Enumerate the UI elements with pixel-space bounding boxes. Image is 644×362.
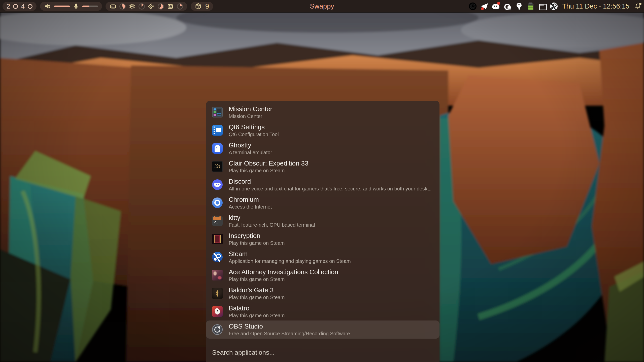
discord-app-icon [212, 179, 223, 190]
balatro-app-icon [212, 306, 223, 317]
keepassxc-tray-icon[interactable] [504, 3, 511, 10]
app-name: Ghostty [229, 142, 272, 149]
app-launcher-panel: Mission Center Mission Center Qt6 Settin… [206, 101, 439, 362]
notification-bell-icon[interactable] [634, 3, 641, 10]
launcher-item-baldurs-gate-3[interactable]: Baldur's Gate 3 Play this game on Steam [206, 284, 439, 302]
launcher-item-balatro[interactable]: Balatro Play this game on Steam [206, 302, 439, 320]
inscryption-app-icon [212, 234, 223, 244]
app-description: Access the Internet [229, 204, 272, 210]
battery-tray-icon[interactable] [527, 3, 534, 10]
desktop: 24 9 Swappy [0, 0, 644, 362]
launcher-item-clair-obscur[interactable]: Clair Obscur: Expedition 33 Play this ga… [206, 157, 439, 176]
app-name: kitty [229, 214, 315, 221]
chromium-app-icon [212, 197, 223, 208]
status-bar: 24 9 Swappy [0, 0, 644, 13]
system-tray [469, 3, 558, 10]
app-name: Discord [229, 178, 431, 185]
openkeychain-tray-icon[interactable] [515, 3, 523, 10]
launcher-item-qt6-settings[interactable]: Qt6 Settings Qt6 Configuration Tool [206, 121, 439, 139]
app-name: Mission Center [229, 105, 272, 112]
app-description: Qt6 Configuration Tool [229, 132, 279, 137]
steam-tray-icon[interactable] [550, 3, 558, 10]
clair-obscur-app-icon [212, 161, 223, 172]
app-description: Play this game on Steam [229, 276, 338, 282]
status-bar-right: Thu 11 Dec - 12:56:15 [469, 0, 641, 13]
kitty-app-icon [212, 216, 223, 226]
app-description: Play this game on Steam [229, 168, 308, 173]
app-name: Qt6 Settings [229, 124, 279, 131]
app-description: A terminal emulator [229, 150, 272, 155]
launcher-item-inscryption[interactable]: Inscryption Play this game on Steam [206, 230, 439, 248]
app-name: OBS Studio [229, 323, 350, 330]
app-name: Clair Obscur: Expedition 33 [229, 160, 308, 167]
baldurs-gate-3-app-icon [212, 288, 223, 299]
launcher-item-ghostty[interactable]: Ghostty A terminal emulator [206, 139, 439, 157]
app-description: Play this game on Steam [229, 240, 285, 246]
telegram-tray-icon[interactable] [481, 3, 488, 10]
ace-attorney-app-icon [212, 270, 223, 280]
app-name: Steam [229, 250, 351, 257]
app-name: Inscryption [229, 232, 285, 239]
mission-center-app-icon [212, 107, 223, 117]
app-list: Mission Center Mission Center Qt6 Settin… [206, 101, 439, 339]
discord-tray-icon[interactable] [492, 3, 500, 10]
launcher-item-chromium[interactable]: Chromium Access the Internet [206, 194, 439, 212]
launcher-item-mission-center[interactable]: Mission Center Mission Center [206, 103, 439, 121]
network-tray-icon[interactable] [538, 3, 546, 10]
qt6-settings-app-icon [212, 125, 223, 136]
app-description: Play this game on Steam [229, 295, 285, 300]
launcher-item-obs-studio[interactable]: OBS Studio Free and Open Source Streamin… [206, 320, 439, 339]
launcher-item-steam[interactable]: Steam Application for managing and playi… [206, 248, 439, 266]
ghostty-app-icon [212, 143, 223, 154]
app-name: Chromium [229, 196, 272, 203]
steam-app-icon [212, 252, 223, 262]
clock[interactable]: Thu 11 Dec - 12:56:15 [562, 3, 629, 10]
app-description: All-in-one voice and text chat for gamer… [229, 186, 431, 191]
app-description: Free and Open Source Streaming/Recording… [229, 331, 350, 336]
app-description: Mission Center [229, 113, 272, 119]
notification-dot [639, 3, 641, 5]
app-name: Balatro [229, 305, 285, 312]
launcher-item-discord[interactable]: Discord All-in-one voice and text chat f… [206, 176, 439, 194]
steelseries-tray-icon[interactable] [469, 3, 477, 10]
app-name: Ace Attorney Investigations Collection [229, 268, 338, 275]
launcher-item-ace-attorney[interactable]: Ace Attorney Investigations Collection P… [206, 266, 439, 284]
discord-notification-badge [497, 2, 500, 5]
app-description: Application for managing and playing gam… [229, 258, 351, 264]
focused-window-title: Swappy [310, 3, 334, 10]
app-description: Fast, feature-rich, GPU based terminal [229, 222, 315, 228]
launcher-item-kitty[interactable]: kitty Fast, feature-rich, GPU based term… [206, 212, 439, 230]
obs-studio-app-icon [212, 324, 223, 335]
search-input[interactable]: Search applications... [212, 349, 275, 356]
app-name: Baldur's Gate 3 [229, 287, 285, 294]
app-description: Play this game on Steam [229, 313, 285, 318]
